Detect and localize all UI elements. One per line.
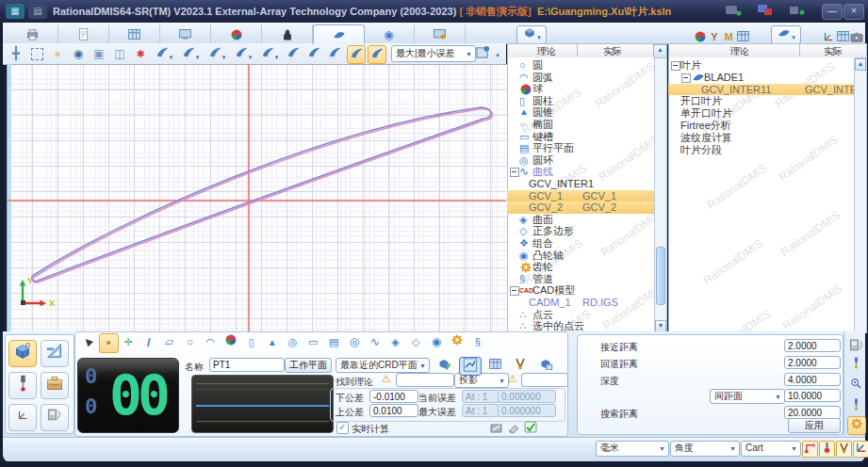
probe-param-input-3[interactable] bbox=[784, 389, 841, 402]
machine-mode-button[interactable] bbox=[41, 404, 69, 431]
pan-icon[interactable]: ╋ bbox=[8, 45, 25, 62]
probe-param-input-1[interactable] bbox=[784, 356, 841, 369]
ribbon-tab-sphere[interactable] bbox=[211, 24, 262, 43]
machine-status-icon[interactable] bbox=[722, 4, 745, 19]
upper-tol-input[interactable] bbox=[369, 404, 418, 417]
measure-tool-icon-8[interactable]: ▾ bbox=[179, 45, 202, 62]
camera-icon[interactable] bbox=[850, 27, 863, 42]
ribbon-tab-table[interactable] bbox=[109, 24, 160, 43]
plane-mode-dropdown[interactable]: 最靠近的CRD平面▼ bbox=[336, 358, 430, 373]
ribbon-tab-printer[interactable] bbox=[8, 24, 58, 43]
tree-row[interactable]: ◈曲面 bbox=[507, 214, 654, 226]
confirm-checkbox-icon[interactable] bbox=[524, 420, 537, 437]
axes-mode-button[interactable] bbox=[8, 404, 37, 431]
geometry-point-icon[interactable]: • bbox=[99, 333, 119, 353]
geometry-ring-icon[interactable]: ◎ bbox=[345, 333, 363, 351]
measure-tool-icon-15[interactable] bbox=[347, 45, 366, 64]
tree-row[interactable]: §管道 bbox=[507, 273, 654, 285]
geometry-surface-icon[interactable]: ◈ bbox=[386, 333, 404, 351]
close-button[interactable]: × bbox=[843, 4, 864, 20]
chart-toggle[interactable] bbox=[459, 357, 482, 376]
tree-row[interactable]: ○椭圆 bbox=[507, 119, 654, 131]
caliper-mode-button[interactable] bbox=[41, 340, 69, 367]
geometry-arc-icon[interactable]: ◠ bbox=[202, 333, 220, 351]
y-tool-icon[interactable]: Y bbox=[708, 27, 721, 42]
measure-tool-icon-13[interactable] bbox=[305, 45, 322, 62]
geometry-gear-icon[interactable] bbox=[448, 333, 466, 351]
ball-probe-icon[interactable] bbox=[819, 441, 835, 458]
measure-tool-icon-14[interactable] bbox=[326, 45, 343, 62]
tree-row[interactable]: 叶片 bbox=[668, 59, 854, 72]
measure-tool-icon-9[interactable]: ▾ bbox=[205, 45, 228, 62]
element-panel-mode-button[interactable]: ▾ bbox=[516, 25, 547, 44]
tree-row[interactable]: 波纹度计算 bbox=[668, 132, 854, 144]
tree-expand-toggle[interactable] bbox=[671, 61, 680, 71]
workplane-button[interactable]: 工作平面 bbox=[285, 358, 332, 373]
blade-scrollbar[interactable]: ▲ bbox=[854, 57, 867, 333]
tree-expand-toggle[interactable] bbox=[510, 286, 519, 296]
blade-scroll-up-button[interactable]: ▲ bbox=[855, 58, 866, 71]
measure-tool-icon-10[interactable]: ▾ bbox=[232, 45, 254, 62]
geometry-cursor-icon[interactable]: ▶ bbox=[78, 333, 96, 351]
probe-tune-icon[interactable]: ✱ bbox=[132, 45, 149, 62]
realtime-checkbox[interactable]: ✓ bbox=[336, 422, 349, 434]
title-bar[interactable]: ▦ ▤ RationalDMIS64-SR(TM) V2023.1 Extern… bbox=[0, 0, 868, 23]
angle-dropdown[interactable]: 角度▼ bbox=[670, 441, 740, 457]
clear-points-icon[interactable] bbox=[507, 421, 520, 438]
probe-blue-strip-icon[interactable] bbox=[847, 356, 864, 373]
eye-icon[interactable]: ◉ bbox=[70, 45, 87, 62]
geometry-cylinder-icon[interactable]: ▯ bbox=[242, 333, 260, 351]
probe-status-icon[interactable] bbox=[786, 4, 809, 19]
tree-row[interactable]: ◠圆弧 bbox=[507, 72, 654, 84]
crown-icon[interactable]: M bbox=[722, 27, 735, 42]
geometry-vector-point-icon[interactable]: ✛ bbox=[120, 333, 138, 351]
geometry-line-icon[interactable]: / bbox=[139, 333, 157, 351]
cube-check-toggle[interactable] bbox=[434, 357, 454, 374]
geometry-parallel-planes-icon[interactable]: ▤ bbox=[325, 333, 343, 351]
tree-row[interactable]: ∴点云 bbox=[507, 309, 654, 321]
tree-row[interactable]: ▤平行平面 bbox=[507, 142, 654, 154]
tree-row[interactable]: GCV_INTER1 bbox=[507, 178, 654, 190]
geometry-cone-icon[interactable]: ▲ bbox=[263, 333, 281, 351]
probe-param-input-2[interactable] bbox=[784, 373, 841, 386]
search-probe-strip-icon[interactable] bbox=[847, 377, 864, 394]
table-toggle[interactable] bbox=[484, 357, 505, 374]
measure-tool-icon-11[interactable]: ▾ bbox=[258, 45, 281, 62]
axes-colored-icon[interactable] bbox=[853, 441, 868, 458]
menu-icon[interactable]: ▤ bbox=[28, 4, 47, 19]
geometry-polygon-icon[interactable]: ◇ bbox=[407, 333, 425, 351]
geometry-circle-icon[interactable]: ○ bbox=[181, 333, 199, 351]
table-icon[interactable] bbox=[836, 27, 849, 42]
tree-expand-toggle[interactable] bbox=[681, 73, 691, 83]
geometry-disc-icon[interactable]: ◉ bbox=[428, 333, 446, 351]
tree-row[interactable]: ❖组合 bbox=[507, 237, 654, 250]
coord-dropdown[interactable]: Cart▼ bbox=[741, 441, 801, 457]
apply-button[interactable]: 应用 bbox=[788, 418, 841, 433]
tree-row[interactable]: CADCAD模型 bbox=[507, 284, 654, 297]
measure-tool-icon-7[interactable]: ▾ bbox=[153, 45, 175, 62]
tree-row[interactable]: BLADE1 bbox=[668, 72, 854, 84]
probe-param-input-4[interactable] bbox=[784, 406, 841, 419]
app-icon[interactable]: ▦ bbox=[6, 4, 25, 19]
projection-input[interactable] bbox=[521, 373, 568, 387]
tree-row[interactable]: ▲圆锥 bbox=[507, 106, 654, 119]
minimize-button[interactable]: — bbox=[822, 4, 843, 20]
blade-panel-mode-button[interactable]: ▾ bbox=[771, 25, 801, 44]
slider-icon[interactable]: ◫ bbox=[111, 45, 128, 62]
probe-mode-button[interactable] bbox=[8, 372, 37, 399]
error-mode-dropdown[interactable]: 最大|最小误差▼ bbox=[391, 45, 476, 62]
tree-row[interactable]: 单开口叶片 bbox=[668, 107, 854, 120]
hand-icon[interactable]: ● bbox=[49, 45, 66, 62]
element-scroll-up-button[interactable]: ▲ bbox=[653, 44, 667, 58]
tree-row-selected[interactable]: GCV_INTER11GCV_INTER11 bbox=[668, 84, 854, 96]
geometry-curve-icon[interactable]: ∿ bbox=[366, 333, 384, 351]
ribbon-tab-disc[interactable]: ◉ bbox=[364, 24, 415, 43]
tree-row[interactable]: ∿曲线 bbox=[507, 166, 654, 178]
geometry-plane-icon[interactable]: ▱ bbox=[160, 333, 178, 351]
probe-param-input-0[interactable] bbox=[784, 339, 841, 352]
geometry-torus-icon[interactable]: ◎ bbox=[284, 333, 302, 351]
lower-tol-input[interactable] bbox=[369, 390, 418, 403]
probe-angle-toggle[interactable] bbox=[510, 357, 531, 374]
sphere-icon[interactable] bbox=[694, 27, 707, 42]
geometry-pipe-icon[interactable]: § bbox=[468, 333, 486, 351]
